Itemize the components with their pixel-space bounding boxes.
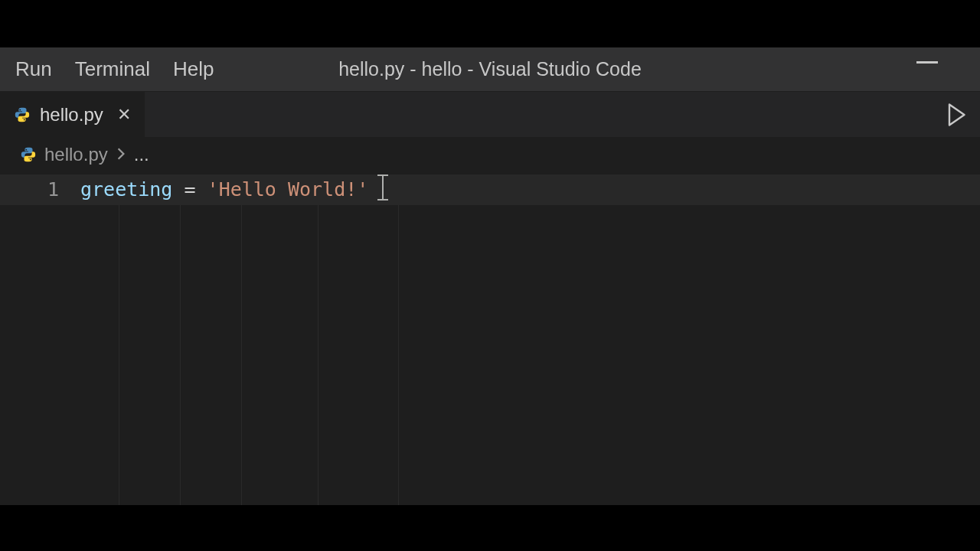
- python-icon: [20, 146, 37, 163]
- token-variable: greeting: [80, 178, 172, 201]
- breadcrumb[interactable]: hello.py ...: [0, 138, 980, 171]
- chevron-right-icon: [116, 144, 126, 165]
- menu-help[interactable]: Help: [173, 57, 214, 81]
- line-number-gutter: 1: [0, 171, 80, 505]
- token-operator: =: [172, 178, 207, 201]
- menu-bar: Run Terminal Help: [15, 57, 214, 81]
- breadcrumb-file: hello.py: [44, 144, 108, 165]
- menu-terminal[interactable]: Terminal: [75, 57, 150, 81]
- text-cursor: [382, 174, 384, 201]
- menu-run[interactable]: Run: [15, 57, 52, 81]
- vscode-window: Run Terminal Help hello.py - hello - Vis…: [0, 47, 980, 505]
- title-bar: Run Terminal Help hello.py - hello - Vis…: [0, 47, 980, 92]
- close-icon[interactable]: ✕: [113, 105, 131, 125]
- tab-hello-py[interactable]: hello.py ✕: [0, 92, 145, 137]
- python-icon: [14, 106, 31, 123]
- tab-label: hello.py: [40, 104, 103, 126]
- minimize-button[interactable]: [916, 61, 938, 64]
- code-area[interactable]: greeting = 'Hello World!': [80, 171, 384, 505]
- tab-bar: hello.py ✕: [0, 92, 980, 138]
- breadcrumb-ellipsis[interactable]: ...: [134, 144, 149, 165]
- run-file-button[interactable]: [946, 103, 966, 126]
- editor[interactable]: 1 greeting = 'Hello World!': [0, 171, 980, 505]
- token-string: 'Hello World!': [207, 178, 369, 201]
- code-line-1[interactable]: greeting = 'Hello World!': [80, 174, 384, 205]
